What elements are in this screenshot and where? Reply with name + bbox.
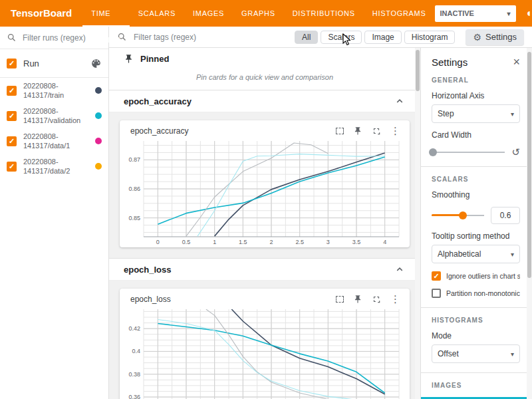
settings-panel-title: Settings [432, 57, 467, 68]
section-title: epoch_loss [124, 265, 172, 275]
run-checkbox[interactable]: ✓ [7, 136, 17, 146]
app-title: TensorBoard [0, 0, 82, 27]
run-row-train[interactable]: ✓ 20220808-141317/train [0, 78, 108, 103]
run-checkbox[interactable]: ✓ [7, 86, 17, 96]
caret-down-icon: ▾ [511, 251, 514, 258]
ignore-outliers-row[interactable]: ✓ Ignore outliers in chart scaling [432, 271, 520, 281]
main-scrollbar[interactable] [415, 48, 420, 399]
run-name: 20220808-141317/data/2 [23, 157, 95, 176]
caret-down-icon: ▾ [511, 110, 514, 118]
pin-icon [124, 54, 134, 64]
run-row-data-1[interactable]: ✓ 20220808-141317/data/1 [0, 128, 108, 154]
run-color-dot [95, 112, 102, 119]
settings-button-label: Settings [485, 32, 517, 42]
tab-images[interactable]: IMAGES [184, 0, 233, 27]
pin-card-icon[interactable] [353, 126, 362, 136]
tooltip-sorting-value: Alphabetical [438, 249, 481, 259]
run-color-dot [95, 138, 102, 144]
chip-image[interactable]: Image [364, 31, 401, 44]
settings-scrollbar[interactable] [527, 48, 532, 399]
run-name: 20220808-141317/data/1 [23, 132, 95, 150]
section-title: epoch_accuracy [124, 96, 192, 106]
fit-to-domain-icon[interactable] [336, 296, 344, 303]
tab-graphs[interactable]: GRAPHS [233, 0, 284, 27]
run-row-data-2[interactable]: ✓ 20220808-141317/data/2 [0, 154, 108, 179]
palette-icon[interactable] [90, 58, 102, 69]
tab-histograms[interactable]: HISTOGRAMS [364, 0, 435, 27]
main-scrollbar-thumb[interactable] [416, 50, 420, 91]
smoothing-value-input[interactable] [491, 207, 520, 224]
partition-label: Partition non-monotonic X axis [446, 289, 520, 297]
pinned-label: Pinned [140, 54, 169, 64]
images-heading: IMAGES [432, 382, 520, 389]
histogram-mode-label: Mode [432, 331, 520, 340]
settings-panel: Settings × GENERAL Horizontal Axis Step … [420, 48, 532, 399]
horizontal-axis-select[interactable]: Step ▾ [432, 104, 520, 123]
tag-filter-chips: All Scalars Image Histogram [295, 31, 455, 44]
ignore-outliers-checkbox[interactable]: ✓ [432, 271, 441, 281]
reload-status-select[interactable]: INACTIVE ▾ [435, 5, 516, 22]
tooltip-sorting-label: Tooltip sorting method [432, 231, 520, 241]
pinned-section-header: Pinned [109, 48, 420, 69]
partition-checkbox[interactable]: ✓ [432, 289, 441, 298]
header-actions: INACTIVE ▾ ◐ ↻ ⚙ ? [435, 0, 532, 27]
filter-runs-input[interactable] [21, 33, 102, 43]
epoch-loss-chart[interactable]: 0.360.380.40.4200.511.522.533.54 [121, 305, 406, 399]
more-options-icon[interactable]: ⋮ [390, 294, 400, 304]
svg-text:0.86: 0.86 [128, 186, 140, 192]
svg-text:3.5: 3.5 [352, 239, 361, 245]
chip-histogram[interactable]: Histogram [404, 31, 456, 44]
svg-text:0.4: 0.4 [132, 348, 140, 354]
tab-scalars[interactable]: SCALARS [130, 0, 184, 27]
svg-text:4: 4 [383, 239, 386, 245]
histogram-mode-select[interactable]: Offset ▾ [432, 344, 520, 363]
card-width-row: ↺ [432, 147, 520, 157]
select-all-runs-checkbox[interactable]: ✓ [7, 59, 17, 68]
partition-row[interactable]: ✓ Partition non-monotonic X axis i [432, 289, 520, 298]
pinned-hint-text: Pin cards for a quick view and compariso… [109, 69, 420, 90]
run-checkbox[interactable]: ✓ [7, 111, 17, 121]
tooltip-sorting-select[interactable]: Alphabetical ▾ [432, 245, 520, 263]
ignore-outliers-label: Ignore outliers in chart scaling [446, 272, 520, 280]
tab-time-series[interactable]: TIME SERIES [82, 0, 130, 27]
card-header: epoch_accuracy ⋮ [120, 120, 410, 137]
epoch-accuracy-chart[interactable]: 0.850.860.8700.511.522.533.54 [121, 137, 406, 247]
fullscreen-icon[interactable] [372, 295, 381, 304]
close-icon[interactable]: × [513, 56, 520, 68]
divider [421, 307, 532, 308]
run-checkbox[interactable]: ✓ [7, 162, 17, 172]
pin-card-icon[interactable] [353, 295, 362, 304]
svg-text:0.85: 0.85 [128, 215, 140, 221]
settings-scrollbar-thumb[interactable] [527, 52, 531, 278]
runs-list-header: ✓ Run [0, 49, 108, 78]
scalar-card-epoch-accuracy: epoch_accuracy ⋮ 0.850.860.8700.511.522.… [120, 120, 410, 247]
run-color-dot [95, 163, 102, 170]
chip-all[interactable]: All [295, 31, 318, 44]
chevron-up-icon[interactable] [394, 95, 406, 107]
section-header-epoch-loss[interactable]: epoch_loss [109, 259, 420, 281]
caret-down-icon: ▾ [507, 10, 511, 17]
fit-to-domain-icon[interactable] [336, 128, 344, 134]
more-options-icon[interactable]: ⋮ [390, 126, 400, 136]
svg-text:0.38: 0.38 [128, 371, 140, 378]
divider [421, 166, 532, 167]
svg-text:0.87: 0.87 [128, 156, 140, 163]
settings-button[interactable]: ⚙ Settings [466, 29, 524, 45]
section-header-epoch-accuracy[interactable]: epoch_accuracy [109, 90, 420, 112]
filter-tags-input[interactable] [132, 32, 255, 43]
run-row-validation[interactable]: ✓ 20220808-141317/validation [0, 103, 108, 128]
svg-text:3: 3 [327, 239, 330, 245]
tab-distributions[interactable]: DISTRIBUTIONS [284, 0, 364, 27]
svg-text:1: 1 [213, 239, 216, 245]
svg-text:0.36: 0.36 [128, 394, 140, 399]
smoothing-slider[interactable] [432, 211, 484, 220]
theme-toggle-icon[interactable]: ◐ [524, 8, 532, 19]
fullscreen-icon[interactable] [372, 126, 381, 136]
card-width-slider[interactable] [432, 148, 505, 157]
cards-scroll-area: Pinned Pin cards for a quick view and co… [109, 48, 420, 399]
reset-icon[interactable]: ↺ [511, 147, 520, 157]
smoothing-row [432, 207, 520, 224]
chevron-up-icon[interactable] [394, 263, 406, 275]
chip-scalars[interactable]: Scalars [321, 31, 362, 44]
check-icon: ✓ [433, 273, 439, 280]
